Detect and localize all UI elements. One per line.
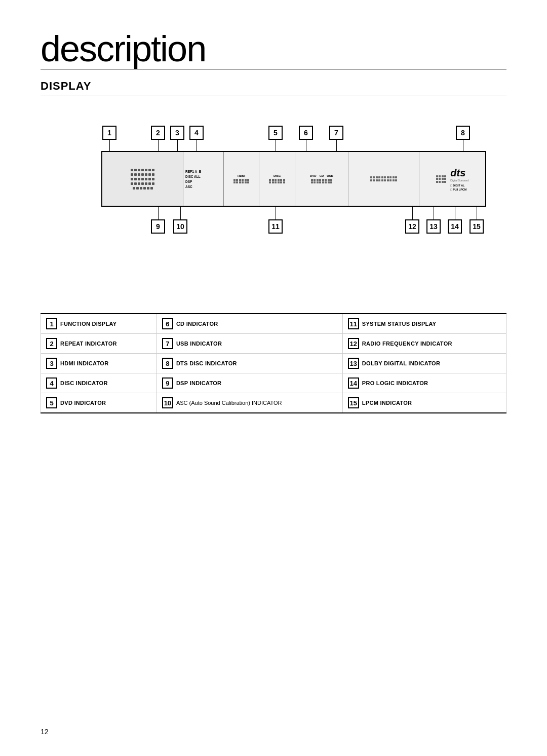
indicator-14-text: PRO LOGIC INDICATOR xyxy=(362,380,428,386)
indicators-table: 1 FUNCTION DISPLAY 6 CD INDICATOR 11 SYS… xyxy=(41,313,506,413)
label-6: 6 xyxy=(299,126,313,140)
panel-system-status xyxy=(348,152,419,206)
badge-6: 6 xyxy=(162,318,173,329)
label-7: 7 xyxy=(329,126,343,140)
table-row: 3 HDMI INDICATOR 8 DTS DISC INDICATOR 13… xyxy=(41,354,506,373)
indicator-3-text: HDMI INDICATOR xyxy=(60,360,108,366)
indicator-6-text: CD INDICATOR xyxy=(176,321,218,327)
badge-13: 13 xyxy=(348,358,359,369)
table-cell: 5 DVD INDICATOR xyxy=(41,393,157,413)
table-cell: 9 DSP INDICATOR xyxy=(157,373,342,393)
badge-9: 9 xyxy=(162,377,173,389)
indicator-13-text: DOLBY DIGITAL INDICATOR xyxy=(362,360,440,366)
label-2: 2 xyxy=(151,126,165,140)
table-cell: 10 ASC (Auto Sound Calibration) INDICATO… xyxy=(157,393,342,413)
indicator-11-text: SYSTEM STATUS DISPLAY xyxy=(362,321,437,327)
device-panel: REP1 A–B DISC ALL DSP ASC HDMI DISC xyxy=(101,151,486,207)
label-rep: REP1 A–B xyxy=(185,170,221,173)
connector-10 xyxy=(180,207,181,219)
table-cell: 6 CD INDICATOR xyxy=(157,314,342,334)
label-9: 9 xyxy=(151,219,165,234)
title-divider xyxy=(41,69,506,69)
table-cell: 8 DTS DISC INDICATOR xyxy=(157,354,342,373)
page-title: description xyxy=(41,30,506,67)
label-5: 5 xyxy=(268,126,283,140)
badge-12: 12 xyxy=(348,338,359,349)
badge-1: 1 xyxy=(46,318,57,329)
label-cd: CD xyxy=(320,174,324,177)
table-row: 2 REPEAT INDICATOR 7 USB INDICATOR 12 RA… xyxy=(41,334,506,354)
indicator-1-text: FUNCTION DISPLAY xyxy=(60,321,116,327)
dts-subtitle: Digital Surround xyxy=(450,179,468,182)
table-cell: 3 HDMI INDICATOR xyxy=(41,354,157,373)
label-14: 14 xyxy=(448,219,462,234)
badge-10: 10 xyxy=(162,397,173,408)
indicator-4-text: DISC INDICATOR xyxy=(60,380,108,386)
label-usb: USB xyxy=(327,174,333,177)
table-cell: 12 RADIO FREQUENCY INDICATOR xyxy=(342,334,506,354)
label-12: 12 xyxy=(405,219,419,234)
indicator-9-text: DSP INDICATOR xyxy=(176,380,221,386)
table-cell: 14 PRO LOGIC INDICATOR xyxy=(342,373,506,393)
label-15: 15 xyxy=(470,219,484,234)
indicator-2-text: REPEAT INDICATOR xyxy=(60,341,117,347)
table-cell: 11 SYSTEM STATUS DISPLAY xyxy=(342,314,506,334)
table-cell: 13 DOLBY DIGITAL INDICATOR xyxy=(342,354,506,373)
label-4: 4 xyxy=(189,126,204,140)
table-row: 4 DISC INDICATOR 9 DSP INDICATOR 14 PRO … xyxy=(41,373,506,393)
indicator-12-text: RADIO FREQUENCY INDICATOR xyxy=(362,341,452,347)
connector-15 xyxy=(477,207,477,219)
table-cell: 2 REPEAT INDICATOR xyxy=(41,334,157,354)
label-asc: ASC xyxy=(185,185,221,188)
indicator-8-text: DTS DISC INDICATOR xyxy=(176,360,237,366)
badge-14: 14 xyxy=(348,377,359,389)
badge-2: 2 xyxy=(46,338,57,349)
table-cell: 15 LPCM INDICATOR xyxy=(342,393,506,413)
connector-13 xyxy=(434,207,434,219)
connector-11 xyxy=(276,207,276,219)
panel-hdmi: HDMI xyxy=(224,152,259,206)
label-1: 1 xyxy=(102,126,116,140)
badge-4: 4 xyxy=(46,377,57,389)
dts-logo: dts xyxy=(450,167,468,179)
table-cell: 7 USB INDICATOR xyxy=(157,334,342,354)
label-dvd: DVD xyxy=(310,174,317,177)
badge-3: 3 xyxy=(46,358,57,369)
indicator-7-text: USB INDICATOR xyxy=(176,341,222,347)
label-dsp: DSP xyxy=(185,180,221,183)
label-10: 10 xyxy=(173,219,187,234)
indicator-15-text: LPCM INDICATOR xyxy=(362,400,412,406)
seg-disc-label: DISC xyxy=(274,174,281,177)
page-number: 12 xyxy=(41,728,49,736)
heading-divider xyxy=(41,95,506,95)
dts-right-indicators: □ DIGIT AL □ PLII LPCM xyxy=(450,184,468,191)
page-container: description DISPLAY 1 2 3 4 5 6 7 xyxy=(0,0,547,444)
badge-8: 8 xyxy=(162,358,173,369)
table-row: 1 FUNCTION DISPLAY 6 CD INDICATOR 11 SYS… xyxy=(41,314,506,334)
label-3: 3 xyxy=(170,126,184,140)
indicator-5-text: DVD INDICATOR xyxy=(60,400,106,406)
badge-15: 15 xyxy=(348,397,359,408)
connector-12 xyxy=(412,207,413,219)
table-row: 5 DVD INDICATOR 10 ASC (Auto Sound Calib… xyxy=(41,393,506,413)
badge-5: 5 xyxy=(46,397,57,408)
table-cell: 4 DISC INDICATOR xyxy=(41,373,157,393)
section-heading: DISPLAY xyxy=(41,80,506,93)
label-disc-all: DISC ALL xyxy=(185,175,221,178)
panel-sub-labels: REP1 A–B DISC ALL DSP ASC xyxy=(183,152,224,206)
label-8: 8 xyxy=(456,126,470,140)
panel-disc: DISC xyxy=(259,152,295,206)
badge-11: 11 xyxy=(348,318,359,329)
panel-dvd-cd-usb: DVD CD USB xyxy=(295,152,348,206)
indicator-10-text: ASC (Auto Sound Calibration) INDICATOR xyxy=(176,400,282,406)
label-13: 13 xyxy=(426,219,441,234)
seg-hdmi-label: HDMI xyxy=(238,174,245,177)
connector-14 xyxy=(455,207,455,219)
connector-9 xyxy=(158,207,159,219)
digital-indicator: □ DIGIT AL xyxy=(450,184,468,187)
badge-7: 7 xyxy=(162,338,173,349)
diagram-area: 1 2 3 4 5 6 7 8 xyxy=(41,110,506,293)
label-11: 11 xyxy=(268,219,283,234)
panel-right-dts: dts Digital Surround □ DIGIT AL □ PLII L… xyxy=(419,152,485,206)
table-cell: 1 FUNCTION DISPLAY xyxy=(41,314,157,334)
